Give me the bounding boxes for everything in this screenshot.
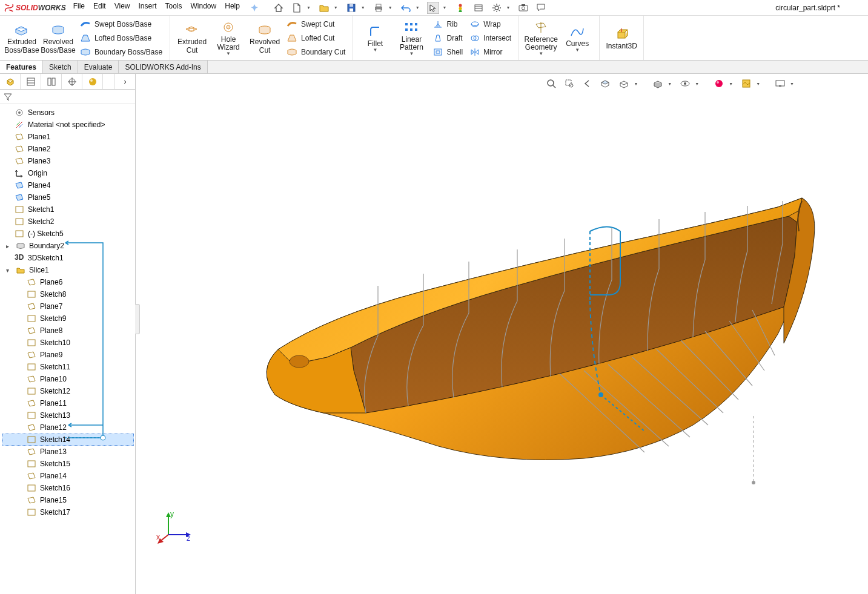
display-manager-tab[interactable]: [82, 74, 103, 89]
extruded-cut-button[interactable]: Extruded Cut: [175, 17, 209, 59]
zoom-fit-icon[interactable]: [545, 78, 557, 90]
undo-dropdown[interactable]: ▼: [416, 5, 420, 10]
tree-plane9[interactable]: Plane9: [2, 349, 134, 361]
edit-appearance-icon[interactable]: [713, 78, 725, 90]
tree-plane6[interactable]: Plane6: [2, 276, 134, 288]
tab-addins[interactable]: SOLIDWORKS Add-Ins: [119, 61, 207, 73]
tab-features[interactable]: Features: [0, 61, 43, 73]
forum-icon[interactable]: [535, 2, 548, 14]
menu-insert[interactable]: Insert: [139, 2, 157, 14]
apply-scene-dropdown[interactable]: ▼: [756, 82, 760, 86]
section-view-icon[interactable]: [600, 78, 612, 90]
tree-material[interactable]: Material <not specified>: [2, 119, 134, 131]
tree-sketch16[interactable]: Sketch16: [2, 482, 134, 494]
revolved-cut-button[interactable]: Revolved Cut: [248, 17, 282, 59]
tree-boundary2[interactable]: ▸Boundary2: [2, 240, 134, 252]
lofted-cut-button[interactable]: Lofted Cut: [284, 31, 348, 45]
tree-plane3[interactable]: Plane3: [2, 155, 134, 167]
open-dropdown[interactable]: ▼: [334, 5, 338, 10]
home-icon[interactable]: [273, 2, 285, 14]
new-dropdown[interactable]: ▼: [306, 5, 311, 10]
tree-plane4[interactable]: Plane4: [2, 179, 134, 191]
screen-capture-icon[interactable]: [517, 2, 529, 14]
tree-plane8[interactable]: Plane8: [2, 325, 134, 337]
tree-sketch14[interactable]: Sketch14: [2, 434, 134, 446]
tree-3dsketch1[interactable]: 3D3DSketch1: [2, 252, 134, 264]
menu-view[interactable]: View: [114, 2, 130, 14]
tab-sketch[interactable]: Sketch: [43, 61, 78, 73]
tree-sketch9[interactable]: Sketch9: [2, 312, 134, 325]
tree-plane14[interactable]: Plane14: [2, 470, 134, 482]
hide-show-icon[interactable]: [679, 78, 691, 90]
file-properties-icon[interactable]: [472, 2, 485, 14]
menu-edit[interactable]: Edit: [93, 2, 106, 14]
print-dropdown[interactable]: ▼: [388, 5, 393, 10]
menu-tools[interactable]: Tools: [165, 2, 182, 14]
tree-plane13[interactable]: Plane13: [2, 446, 134, 458]
view-settings-dropdown[interactable]: ▼: [790, 82, 794, 86]
orientation-triad[interactable]: y z x: [156, 510, 193, 547]
tree-sketch17[interactable]: Sketch17: [2, 506, 134, 518]
edit-appearance-dropdown[interactable]: ▼: [729, 82, 733, 86]
pin-icon[interactable]: [248, 2, 260, 14]
wrap-button[interactable]: Wrap: [468, 18, 514, 31]
tree-sketch13[interactable]: Sketch13: [2, 409, 134, 421]
tree-sketch15[interactable]: Sketch15: [2, 458, 134, 470]
linear-pattern-button[interactable]: Linear Pattern▼: [394, 17, 428, 59]
reference-geometry-button[interactable]: Reference Geometry▼: [524, 17, 558, 59]
open-icon[interactable]: [318, 2, 330, 14]
tree-origin[interactable]: Origin: [2, 167, 134, 179]
tree-plane11[interactable]: Plane11: [2, 397, 134, 409]
tree-plane5[interactable]: Plane5: [2, 191, 134, 203]
tree-plane1[interactable]: Plane1: [2, 131, 134, 143]
tree-sketch8[interactable]: Sketch8: [2, 288, 134, 300]
tree-sketch10[interactable]: Sketch10: [2, 337, 134, 349]
tree-sketch2[interactable]: Sketch2: [2, 216, 134, 228]
options-icon[interactable]: [491, 2, 503, 14]
options-dropdown[interactable]: ▼: [506, 5, 511, 10]
save-icon[interactable]: [345, 2, 357, 14]
swept-boss-button[interactable]: Swept Boss/Base: [78, 18, 165, 31]
hole-wizard-button[interactable]: Hole Wizard▼: [211, 17, 245, 59]
tree-sketch11[interactable]: Sketch11: [2, 361, 134, 373]
filter-icon[interactable]: [4, 93, 12, 101]
display-style-icon[interactable]: [652, 78, 664, 90]
tree-sketch12[interactable]: Sketch12: [2, 385, 134, 397]
new-icon[interactable]: [291, 2, 303, 14]
select-icon[interactable]: [427, 2, 439, 14]
rib-button[interactable]: Rib: [431, 18, 465, 31]
tab-evaluate[interactable]: Evaluate: [78, 61, 119, 73]
hide-show-dropdown[interactable]: ▼: [695, 82, 699, 86]
feature-manager-tab[interactable]: [0, 74, 21, 89]
extruded-boss-button[interactable]: Extruded Boss/Base: [5, 17, 39, 59]
previous-view-icon[interactable]: [581, 78, 594, 90]
boundary-boss-button[interactable]: Boundary Boss/Base: [78, 45, 165, 59]
property-manager-tab[interactable]: [21, 74, 41, 89]
configuration-manager-tab[interactable]: [41, 74, 62, 89]
view-settings-icon[interactable]: [774, 78, 786, 90]
select-dropdown[interactable]: ▼: [443, 5, 447, 10]
view-orientation-dropdown[interactable]: ▼: [634, 82, 638, 86]
swept-cut-button[interactable]: Swept Cut: [284, 18, 348, 31]
fillet-button[interactable]: Fillet▼: [358, 17, 392, 59]
apply-scene-icon[interactable]: [740, 78, 752, 90]
menu-help[interactable]: Help: [225, 2, 240, 14]
graphics-viewport[interactable]: ▼ ▼ ▼ ▼ ▼ ▼: [136, 74, 868, 594]
instant3d-button[interactable]: Instant3D: [605, 17, 638, 59]
tree-plane7[interactable]: Plane7: [2, 300, 134, 312]
boundary-cut-button[interactable]: Boundary Cut: [284, 45, 348, 59]
tree-plane12[interactable]: Plane12: [2, 421, 134, 434]
feature-tree[interactable]: Sensors Material <not specified> Plane1 …: [0, 104, 135, 594]
undo-icon[interactable]: [400, 2, 412, 14]
panel-expand-right[interactable]: ›: [114, 74, 135, 89]
mirror-button[interactable]: Mirror: [468, 45, 514, 59]
tree-sketch5[interactable]: (-) Sketch5: [2, 228, 134, 240]
shell-button[interactable]: Shell: [431, 45, 465, 59]
intersect-button[interactable]: Intersect: [468, 31, 514, 45]
menu-window[interactable]: Window: [191, 2, 217, 14]
rebuild-icon[interactable]: [454, 2, 466, 14]
tree-sensors[interactable]: Sensors: [2, 107, 134, 119]
tree-sketch1[interactable]: Sketch1: [2, 203, 134, 216]
tree-plane10[interactable]: Plane10: [2, 373, 134, 385]
view-orientation-icon[interactable]: [618, 78, 630, 90]
